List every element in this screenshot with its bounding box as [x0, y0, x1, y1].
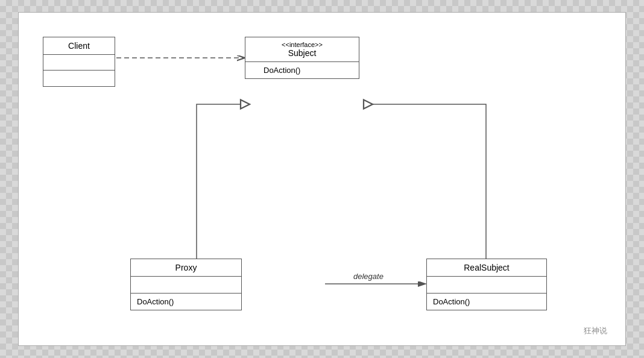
proxy-method-label: DoAction()	[137, 297, 174, 306]
client-section2	[43, 71, 115, 86]
client-box: Client	[43, 37, 115, 87]
subject-header: <<interface>> Subject	[245, 37, 359, 62]
main-container: Client <<interface>> Subject DoAction() …	[0, 0, 644, 358]
subject-box: <<interface>> Subject DoAction()	[245, 37, 359, 79]
client-section1	[43, 55, 115, 71]
client-header: Client	[43, 37, 115, 55]
watermark: 狂神说	[584, 325, 607, 336]
realsubject-method: DoAction()	[427, 294, 546, 310]
realsubject-method-label: DoAction()	[433, 297, 470, 306]
delegate-text: delegate	[353, 272, 384, 281]
subject-method: DoAction()	[245, 62, 359, 78]
realsubject-box: RealSubject DoAction()	[426, 259, 547, 310]
proxy-method: DoAction()	[131, 294, 241, 310]
watermark-text: 狂神说	[584, 326, 607, 335]
proxy-name: Proxy	[175, 263, 197, 272]
subject-stereotype: <<interface>>	[251, 41, 353, 48]
delegate-label: delegate	[353, 272, 384, 281]
diagram-area: Client <<interface>> Subject DoAction() …	[18, 12, 626, 346]
proxy-header: Proxy	[131, 259, 241, 277]
proxy-section1	[131, 277, 241, 294]
realsubject-header: RealSubject	[427, 259, 546, 277]
proxy-box: Proxy DoAction()	[130, 259, 242, 310]
realsubject-name: RealSubject	[464, 263, 510, 272]
subject-method-label: DoAction()	[264, 66, 300, 75]
realsubject-section1	[427, 277, 546, 294]
client-name: Client	[68, 41, 90, 51]
subject-name: Subject	[288, 48, 317, 58]
